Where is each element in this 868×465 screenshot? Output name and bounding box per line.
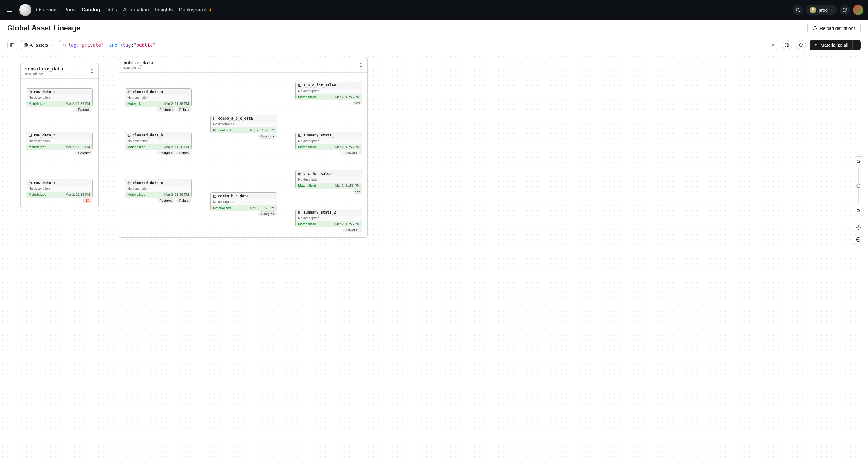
collapse-icon[interactable] (89, 68, 94, 73)
download-icon (856, 237, 861, 242)
toolbar: All assets tag:"private"+ and +tag:"publ… (0, 36, 868, 54)
svg-rect-51 (128, 134, 130, 136)
search-icon[interactable] (793, 5, 803, 15)
asset-description: No description (296, 177, 362, 183)
svg-line-4 (799, 11, 800, 12)
lineage-canvas[interactable]: sensitive_data example_co public_data ex… (0, 54, 868, 465)
asset-description: No description (125, 138, 191, 144)
tag-csv: csv (353, 101, 362, 105)
group-header: public_data example_co (119, 57, 367, 72)
asset-cleaned_data_c[interactable]: cleaned_data_c No description Materializ… (125, 179, 191, 198)
tag-polars: Polars (177, 107, 191, 112)
menu-icon[interactable] (5, 5, 14, 15)
globe-button[interactable] (782, 40, 792, 50)
tag-parquet: Parquet (75, 151, 92, 155)
zoom-handle[interactable] (856, 184, 861, 188)
asset-raw_data_b[interactable]: raw_data_b No description MaterializedMa… (26, 132, 93, 150)
subheader: Global Asset Lineage Reload definitions (0, 20, 868, 36)
group-subtitle: example_co (123, 66, 153, 69)
asset-tags: Postgres (258, 134, 277, 138)
svg-line-32 (859, 162, 860, 163)
nav-links: OverviewRunsCatalogJobsAutomationInsight… (36, 7, 213, 13)
search-input[interactable]: tag:"private"+ and +tag:"public" (59, 40, 778, 50)
svg-rect-48 (128, 91, 130, 93)
clear-icon[interactable] (771, 43, 775, 47)
search-icon (62, 43, 67, 47)
zoom-out-button[interactable] (854, 206, 863, 216)
collapse-icon[interactable] (359, 62, 363, 67)
asset-tags: PostgresPolars (157, 151, 191, 155)
materialize-dropdown[interactable] (852, 40, 861, 50)
asset-status: MaterializedMar 2, 11:56 PM (296, 144, 362, 150)
asset-description: No description (296, 89, 362, 94)
tag-parquet: Parquet (75, 107, 92, 112)
nav-link-automation[interactable]: Automation (123, 7, 149, 13)
asset-combo_b_c_data[interactable]: combo_b_c_data No description Materializ… (210, 192, 277, 211)
asset-combo_a_b_c_data[interactable]: combo_a_b_c_data No description Material… (210, 115, 277, 133)
asset-b_c_for_sales[interactable]: b_c_for_sales No description Materialize… (296, 170, 362, 189)
asset-status: MaterializedMar 2, 11:56 PM (26, 191, 92, 197)
globe-icon (784, 43, 789, 48)
asset-title: cleaned_data_a (125, 89, 191, 95)
tag-power-bi: Power BI (343, 228, 362, 232)
refresh-icon (799, 43, 803, 47)
asset-description: No description (125, 186, 191, 191)
asset-title: combo_b_c_data (211, 193, 277, 199)
help-icon[interactable] (840, 5, 850, 15)
asset-title: raw_data_a (26, 89, 92, 95)
materialize-all-button[interactable]: Materialize all (810, 40, 852, 50)
refresh-button[interactable] (796, 40, 806, 50)
svg-point-36 (858, 227, 859, 228)
asset-description: No description (296, 138, 362, 144)
settings-button[interactable] (854, 223, 863, 232)
asset-description: No description (26, 138, 92, 144)
svg-rect-45 (29, 182, 31, 184)
svg-rect-54 (128, 182, 130, 184)
asset-cleaned_data_a[interactable]: cleaned_data_a No description Materializ… (125, 88, 191, 107)
environment-selector[interactable]: P prod (806, 5, 837, 15)
table-icon (29, 181, 32, 185)
download-button[interactable] (854, 235, 863, 244)
tag-csv: csv (353, 189, 362, 194)
nav-link-insights[interactable]: Insights (155, 7, 173, 13)
asset-status: MaterializedMar 2, 11:56 PM (26, 144, 92, 150)
tag-polars: Polars (177, 198, 191, 203)
warning-icon: ▲ (208, 7, 213, 13)
svg-rect-42 (29, 134, 31, 136)
zoom-slider[interactable] (858, 168, 859, 204)
asset-description: No description (211, 122, 277, 127)
reload-definitions-button[interactable]: Reload definitions (807, 23, 861, 33)
asset-status: MaterializedMar 2, 11:56 PM (125, 191, 191, 197)
asset-raw_data_c[interactable]: raw_data_c No description MaterializedMa… (26, 179, 93, 198)
nav-link-jobs[interactable]: Jobs (106, 7, 117, 13)
asset-cleaned_data_b[interactable]: cleaned_data_b No description Materializ… (125, 132, 191, 150)
logo[interactable] (19, 4, 31, 16)
chevron-down-icon (830, 8, 833, 11)
asset-description: No description (211, 199, 277, 205)
all-assets-button[interactable]: All assets (21, 40, 55, 50)
asset-description: No description (26, 95, 92, 101)
nav-link-runs[interactable]: Runs (64, 7, 75, 13)
nav-link-overview[interactable]: Overview (36, 7, 58, 13)
table-icon (298, 84, 302, 87)
toggle-sidebar-button[interactable] (7, 40, 18, 50)
group-header: sensitive_data example_co (21, 63, 98, 79)
asset-raw_data_a[interactable]: raw_data_a No description MaterializedMa… (26, 88, 93, 107)
table-icon (213, 117, 216, 120)
zoom-panel (854, 156, 863, 216)
table-icon (29, 134, 32, 137)
asset-a_b_c_for_sales[interactable]: a_b_c_for_sales No description Materiali… (296, 82, 362, 100)
nav-link-deployment[interactable]: Deployment▲ (179, 7, 213, 13)
zoom-in-button[interactable] (854, 157, 863, 166)
svg-point-11 (63, 44, 65, 46)
env-avatar: P (810, 7, 816, 13)
asset-summary_stats_1[interactable]: summary_stats_1 No description Materiali… (296, 132, 362, 150)
asset-title: b_c_for_sales (296, 170, 362, 177)
asset-status: MaterializedMar 2, 11:56 PM (125, 144, 191, 150)
asset-summary_stats_2[interactable]: summary_stats_2 No description Materiali… (296, 209, 362, 227)
env-label: prod (818, 7, 828, 13)
asset-tags: Power BI (343, 228, 362, 232)
asset-status: MaterializedMar 2, 11:56 PM (296, 94, 362, 100)
user-avatar[interactable] (853, 5, 863, 15)
nav-link-catalog[interactable]: Catalog (82, 7, 100, 13)
